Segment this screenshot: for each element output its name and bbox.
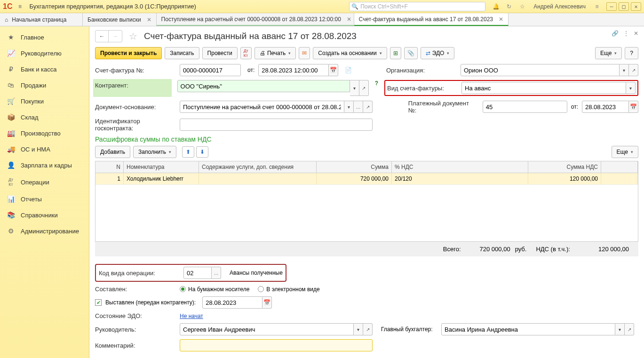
calendar-button[interactable]: 📅 xyxy=(629,101,638,113)
sidebar-item-admin[interactable]: ⚙Администрирование xyxy=(0,223,89,239)
head-input[interactable] xyxy=(180,323,354,335)
issued-checkbox[interactable]: ✔ xyxy=(95,299,102,306)
org-input[interactable] xyxy=(461,64,620,76)
save-button[interactable]: Записать xyxy=(165,47,199,59)
col-nom[interactable]: Номенклатура xyxy=(124,161,199,173)
tab-invoice[interactable]: Счет-фактура выданный на аванс 17 от 28.… xyxy=(354,13,509,26)
basis-input[interactable] xyxy=(180,101,344,113)
col-n[interactable]: N xyxy=(95,161,124,173)
tab-receipt[interactable]: Поступление на расчетный счет 0000-00000… xyxy=(157,13,354,26)
calendar-button[interactable]: 📅 xyxy=(262,296,272,309)
open-button[interactable]: ↗ xyxy=(363,323,373,335)
calendar-button[interactable]: 📅 xyxy=(329,64,338,76)
open-button[interactable]: ↗ xyxy=(625,323,634,335)
forward-button[interactable]: → xyxy=(109,31,122,42)
fill-button[interactable]: Заполнить▾ xyxy=(133,146,176,158)
create-based-button[interactable]: Создать на основании▾ xyxy=(313,47,387,59)
open-button[interactable]: ↗ xyxy=(629,64,638,76)
col-vsum[interactable]: Сумма НДС xyxy=(528,161,601,173)
radio-electronic[interactable]: В электронном виде xyxy=(258,286,319,293)
op-code-input[interactable] xyxy=(183,267,212,279)
sidebar-item-bank[interactable]: ₽Банк и касса xyxy=(0,61,89,77)
ellipsis-button[interactable]: … xyxy=(354,101,363,113)
dropdown-button[interactable]: ▾ xyxy=(350,80,359,96)
paydoc-date-input[interactable] xyxy=(582,101,629,113)
related-button[interactable]: ⊞ xyxy=(390,47,401,59)
dropdown-button[interactable]: ▾ xyxy=(620,64,629,76)
sidebar-item-warehouse[interactable]: 📦Склад xyxy=(0,109,89,125)
dtkt-button[interactable]: ДтКт xyxy=(240,47,252,59)
move-up-button[interactable]: ⬆ xyxy=(182,146,194,158)
col-vat[interactable]: % НДС xyxy=(392,161,528,173)
minimize-button[interactable]: — xyxy=(606,2,617,11)
post-and-close-button[interactable]: Провести и закрыть xyxy=(95,47,162,59)
sidebar-item-reports[interactable]: 📊Отчеты xyxy=(0,191,89,207)
print-button[interactable]: 🖨Печать▾ xyxy=(254,47,296,59)
table-empty-area[interactable] xyxy=(95,185,638,241)
close-icon[interactable]: ✕ xyxy=(347,16,351,23)
sidebar-item-salary[interactable]: 👤Зарплата и кадры xyxy=(0,157,89,173)
sidebar-item-production[interactable]: 🏭Производство xyxy=(0,125,89,141)
mail-button[interactable]: ✉ xyxy=(299,47,310,59)
col-sum[interactable]: Сумма xyxy=(317,161,392,173)
close-window-button[interactable]: ✕ xyxy=(631,2,641,11)
back-button[interactable]: ← xyxy=(95,31,109,42)
dropdown-button[interactable]: ▾ xyxy=(354,323,363,335)
add-row-button[interactable]: Добавить xyxy=(95,146,130,158)
favorite-star-icon[interactable]: ☆ xyxy=(129,31,137,42)
gov-id-input[interactable] xyxy=(180,119,373,131)
ellipsis-button[interactable]: … xyxy=(212,267,221,279)
chevron-down-icon: ▾ xyxy=(631,150,633,154)
issued-date-input[interactable] xyxy=(202,296,262,309)
sidebar-item-catalogs[interactable]: 📚Справочники xyxy=(0,207,89,223)
sidebar-item-assets[interactable]: 🚚ОС и НМА xyxy=(0,141,89,157)
edo-state-link[interactable]: Не начат xyxy=(180,313,203,319)
comment-input[interactable] xyxy=(180,339,373,351)
radio-paper[interactable]: На бумажном носителе xyxy=(180,286,249,293)
col-desc[interactable]: Содержание услуги, доп. сведения xyxy=(199,161,317,173)
help-icon[interactable]: ? xyxy=(373,80,381,96)
sidebar-item-manager[interactable]: 📈Руководителю xyxy=(0,45,89,61)
open-button[interactable]: ↗ xyxy=(359,80,369,96)
dropdown-button[interactable]: ▾ xyxy=(626,82,636,94)
paydoc-input[interactable] xyxy=(483,101,567,113)
close-icon[interactable]: ✕ xyxy=(499,16,503,23)
menu-lines-icon[interactable]: ≡ xyxy=(592,3,602,10)
dropdown-button[interactable]: ▾ xyxy=(344,101,354,113)
sidebar-item-main[interactable]: ★Главное xyxy=(0,29,89,45)
date-input[interactable] xyxy=(258,64,329,76)
username[interactable]: Андрей Алексеевич xyxy=(533,3,586,10)
attach-button[interactable]: 📎 xyxy=(404,47,418,59)
star-icon[interactable]: ☆ xyxy=(517,3,527,10)
move-down-button[interactable]: ⬇ xyxy=(196,146,208,158)
search-input[interactable]: 🔍 Поиск Ctrl+Shift+F xyxy=(349,2,485,11)
counterparty-input[interactable] xyxy=(177,80,350,92)
link-icon[interactable]: 🔗 xyxy=(612,30,619,37)
number-input[interactable] xyxy=(180,64,241,76)
kebab-icon[interactable]: ⋮ xyxy=(623,30,629,37)
edo-button[interactable]: ⇄ЭДО▾ xyxy=(421,47,455,59)
table-row[interactable]: 1 Холодильник Liebherr 720 000,00 20/120… xyxy=(95,173,638,185)
open-button[interactable]: ↗ xyxy=(363,101,373,113)
sidebar-item-operations[interactable]: ДтКтОперации xyxy=(0,173,89,191)
tab-home[interactable]: ⌂ Начальная страница xyxy=(0,13,83,26)
sidebar-item-sales[interactable]: 🛍Продажи xyxy=(0,77,89,93)
table-toolbar: Добавить Заполнить▾ ⬆ ⬇ Еще▾ xyxy=(95,146,638,158)
menu-icon[interactable]: ≡ xyxy=(15,3,24,10)
table-more-button[interactable]: Еще▾ xyxy=(612,146,638,158)
more-button[interactable]: Еще▾ xyxy=(595,47,622,59)
close-doc-button[interactable]: ✕ xyxy=(634,30,638,37)
invoice-type-input[interactable] xyxy=(461,82,626,94)
help-button[interactable]: ? xyxy=(625,47,638,59)
accountant-input[interactable] xyxy=(441,323,615,335)
post-button[interactable]: Провести xyxy=(202,47,238,59)
tab-bank-statements[interactable]: Банковские выписки ✕ xyxy=(83,13,157,26)
maximize-button[interactable]: □ xyxy=(619,2,629,11)
history-icon[interactable]: ↻ xyxy=(504,3,514,10)
radio-checked-icon xyxy=(180,286,186,292)
dropdown-button[interactable]: ▾ xyxy=(615,323,625,335)
bell-icon[interactable]: 🔔 xyxy=(491,3,501,10)
post-flag-icon[interactable]: 📄 xyxy=(345,67,352,73)
sidebar-item-purchases[interactable]: 🛒Покупки xyxy=(0,93,89,109)
close-icon[interactable]: ✕ xyxy=(147,16,151,23)
